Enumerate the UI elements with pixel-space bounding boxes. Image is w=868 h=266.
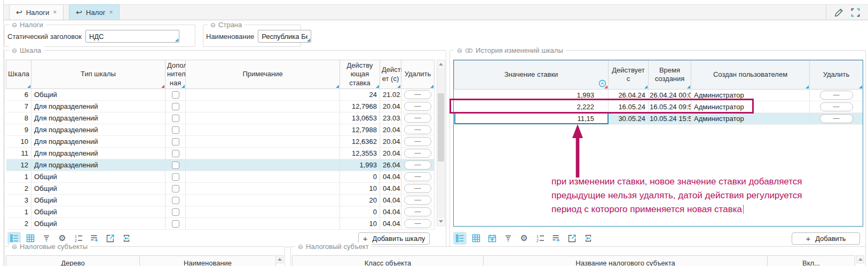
scale-table-row[interactable]: 1Общий004.04.02—	[6, 206, 435, 218]
add-row-icon[interactable]	[549, 232, 563, 245]
extra-cell	[165, 195, 186, 206]
scale-table-row[interactable]: 11Для подразделений12,355320.04.24—	[6, 148, 435, 159]
open-external-icon[interactable]	[565, 232, 579, 245]
column-header[interactable]: Вкл...	[768, 256, 855, 266]
scale-table-row[interactable]: 8Для подразделений13,065323.03.24—	[6, 112, 435, 124]
numbered-list-icon[interactable]: 12	[533, 232, 547, 245]
extra-checkbox[interactable]	[172, 91, 179, 99]
delete-row-button[interactable]: —	[404, 149, 431, 158]
extra-checkbox[interactable]	[172, 103, 179, 110]
column-header-from[interactable]: Действу ет (с)	[380, 60, 401, 89]
extra-checkbox[interactable]	[172, 162, 179, 169]
scale-table-row[interactable]: 3Общий2004.04.02—	[6, 195, 435, 206]
column-header[interactable]: Название налогового субъекта	[484, 256, 768, 266]
delete-row-button[interactable]: —	[404, 219, 431, 228]
grid-icon[interactable]	[469, 232, 483, 245]
tax-subjects-table: ДеревоНаименование	[6, 255, 276, 266]
close-icon[interactable]: ×	[109, 9, 113, 16]
delete-row-button[interactable]: —	[404, 172, 431, 181]
collapse-icon[interactable]: ⊖	[298, 243, 303, 251]
delete-row-button[interactable]: —	[404, 125, 431, 134]
scale-table-scrollbar[interactable]	[437, 60, 445, 226]
delete-row-button[interactable]: —	[820, 91, 853, 100]
extra-checkbox[interactable]	[172, 197, 179, 204]
static-title-input[interactable]	[85, 30, 179, 43]
column-header[interactable]: Дерево	[6, 256, 140, 266]
tab-nalogi[interactable]: ↩ Налоги ×	[9, 4, 64, 20]
scrollbar-thumb[interactable]	[438, 93, 444, 162]
column-header-scale[interactable]: Шкала	[6, 60, 31, 89]
fullscreen-icon[interactable]	[850, 7, 861, 18]
edit-pencil-icon[interactable]	[834, 7, 844, 18]
scale-table-row[interactable]: 2Общий1004.04.02—	[6, 218, 435, 230]
tab-nalog[interactable]: ↩ Налог ×	[69, 4, 120, 20]
column-header-type[interactable]: Тип шкалы	[31, 60, 165, 89]
delete-row-button[interactable]: —	[404, 90, 431, 99]
delete-row-button[interactable]: —	[404, 207, 431, 216]
scale-table-row[interactable]: 1Общий004.04.02—	[6, 171, 435, 183]
collapse-icon[interactable]: ⊖	[210, 21, 216, 29]
settings-gear-icon[interactable]: ⚙	[517, 232, 531, 245]
extra-checkbox[interactable]	[172, 220, 179, 228]
list-view-icon[interactable]	[453, 232, 467, 245]
close-icon[interactable]: ×	[53, 9, 57, 16]
scale-table-row[interactable]: 10Для подразделений12,636220.04.24—	[6, 136, 435, 148]
country-name-input[interactable]	[258, 30, 311, 43]
extra-checkbox[interactable]	[172, 138, 179, 146]
scale-table-row[interactable]: 2Общий1004.04.02—	[6, 183, 435, 195]
annotation-line: период с которого применяется новая став…	[551, 203, 840, 216]
extra-checkbox[interactable]	[172, 208, 179, 216]
country-name-input-wrap	[258, 30, 311, 43]
column-header-delete[interactable]: Удалить	[810, 61, 863, 90]
collapse-icon[interactable]: ⊖	[12, 21, 17, 29]
extra-checkbox[interactable]	[172, 185, 179, 192]
delete-row-button[interactable]: —	[820, 114, 853, 123]
delete-row-button[interactable]: —	[404, 102, 431, 111]
refresh-icon[interactable]	[581, 232, 595, 245]
filter-icon[interactable]	[501, 232, 515, 245]
scale-table-row[interactable]: 7Для подразделений12,796820.04.24—	[6, 101, 435, 112]
column-header[interactable]: Класс объекта	[293, 256, 484, 266]
scroll-down-icon[interactable]	[437, 217, 445, 225]
delete-row-button[interactable]: —	[404, 137, 431, 146]
add-history-button[interactable]: + Добавить	[792, 232, 860, 245]
scroll-up-icon[interactable]	[437, 60, 445, 68]
open-external-icon[interactable]	[104, 232, 117, 245]
svg-text:1: 1	[75, 235, 77, 238]
group-title: ⊖ Страна	[208, 21, 244, 29]
column-header-extra[interactable]: Допол нитель ная	[165, 60, 186, 89]
delete-row-button[interactable]: —	[404, 184, 431, 193]
tax-subject-table: Класс объектаНазвание налогового субъект…	[292, 255, 855, 266]
history-table-row[interactable]: 11,1530.05.2410.05.24 15:52Администратор…	[454, 112, 863, 124]
extra-checkbox[interactable]	[172, 126, 179, 134]
column-header-note[interactable]: Примечание	[186, 60, 340, 89]
column-header-delete[interactable]: Удалить	[401, 60, 435, 89]
column-header-valid-from[interactable]: Действует с	[609, 61, 649, 90]
delete-row-button[interactable]: —	[404, 160, 431, 170]
extra-cell	[165, 183, 186, 195]
column-header-rate-value[interactable]: Значение ставки	[454, 61, 609, 90]
collapse-icon[interactable]: ⊖	[12, 47, 17, 54]
calendar-icon[interactable]	[485, 232, 499, 245]
extra-checkbox[interactable]	[172, 115, 179, 122]
column-header-created-by[interactable]: Создан пользователем	[691, 61, 810, 90]
scale-table-row[interactable]: 9Для подразделений12,798820.04.24—	[6, 124, 435, 136]
delete-row-button[interactable]: —	[820, 102, 853, 111]
extra-checkbox[interactable]	[172, 150, 179, 157]
annotation-note[interactable]: при изменении ставки, новое значение ста…	[551, 175, 840, 216]
delete-row-button[interactable]: —	[404, 196, 431, 205]
scale-table-row[interactable]: 6Общий2421.02.08—	[6, 89, 435, 101]
delete-row-button[interactable]: —	[404, 114, 431, 123]
scale-table-row[interactable]: 12Для подразделений1,99326.04.24—	[6, 159, 435, 171]
column-header-created[interactable]: Время создания	[649, 61, 691, 90]
collapse-icon[interactable]: ⊖	[12, 243, 17, 251]
valid-from: 23.03.24	[380, 112, 401, 124]
scroll-up-icon[interactable]	[856, 255, 864, 263]
extra-checkbox[interactable]	[172, 173, 179, 181]
scroll-up-icon[interactable]	[275, 255, 283, 263]
plus-icon: +	[806, 234, 810, 243]
column-header-rate[interactable]: Действу ющая ставка	[340, 60, 380, 89]
collapse-icon[interactable]: ⊖	[457, 47, 462, 54]
refresh-icon[interactable]	[120, 232, 133, 245]
column-header[interactable]: Наименование	[140, 256, 276, 266]
